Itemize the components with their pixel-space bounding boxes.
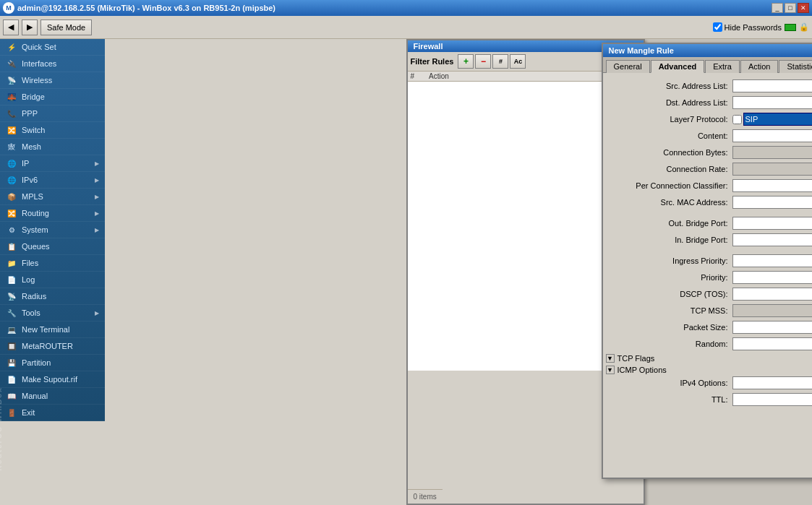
layer7-protocol-checkbox[interactable] <box>732 115 742 124</box>
sidebar-item-queues[interactable]: 📋 Queues <box>0 238 105 255</box>
connection-rate-row: Connection Rate: ▼ <box>606 162 813 176</box>
dst-address-list-row: Dst. Address List: ▼ <box>606 95 813 110</box>
per-connection-classifier-control[interactable]: ▼ <box>732 179 813 192</box>
sidebar-item-ppp[interactable]: 📞 PPP <box>0 105 105 122</box>
ttl-input[interactable] <box>733 394 813 405</box>
sidebar-item-label: Quick Set <box>22 43 56 51</box>
sidebar-item-make-supout[interactable]: 📄 Make Supout.rif <box>0 371 105 388</box>
add-rule-button[interactable]: + <box>458 54 474 69</box>
sidebar-item-radius[interactable]: 📡 Radius <box>0 288 105 305</box>
sidebar-item-new-terminal[interactable]: 💻 New Terminal <box>0 321 105 338</box>
tab-advanced[interactable]: Advanced <box>651 60 705 73</box>
title-bar-text: admin@192.168.2.55 (MikroTik) - WinBox v… <box>17 4 275 12</box>
sidebar-item-metarouter[interactable]: 🔲 MetaROUTER <box>0 338 105 355</box>
src-mac-address-control[interactable]: ▼ <box>732 196 813 209</box>
src-address-list-control[interactable]: ▼ <box>732 79 813 92</box>
layer7-protocol-select[interactable]: SIP <box>743 113 813 126</box>
out-bridge-port-input[interactable] <box>733 217 813 229</box>
tab-extra[interactable]: Extra <box>705 60 740 73</box>
dscp-tos-input[interactable] <box>733 288 813 300</box>
sidebar-item-manual[interactable]: 📖 Manual <box>0 388 105 405</box>
ingress-priority-input[interactable] <box>733 255 813 267</box>
ttl-control[interactable]: ▼ <box>732 393 813 406</box>
sidebar-item-ipv6[interactable]: 🌐 IPv6 ▶ <box>0 172 105 189</box>
sidebar-item-label: Tools <box>22 308 40 317</box>
safe-mode-button[interactable]: Safe Mode <box>40 20 92 35</box>
remove-rule-button[interactable]: − <box>475 54 491 69</box>
col-number: # <box>411 72 415 80</box>
tools-arrow: ▶ <box>95 310 99 316</box>
sidebar-item-exit[interactable]: 🚪 Exit <box>0 405 105 421</box>
per-connection-classifier-input[interactable] <box>733 180 813 191</box>
dst-address-list-control[interactable]: ▼ <box>732 96 813 109</box>
tab-action[interactable]: Action <box>740 60 779 73</box>
sidebar-item-mpls[interactable]: 📦 MPLS ▶ <box>0 189 105 205</box>
random-control[interactable]: ▼ <box>732 337 813 350</box>
action-button[interactable]: Ac <box>510 54 526 69</box>
icmp-options-title: ICMP Options <box>617 366 667 374</box>
in-bridge-port-control[interactable]: ▼ <box>732 233 813 246</box>
sidebar-item-partition[interactable]: 💾 Partition <box>0 355 105 371</box>
dst-address-list-input[interactable] <box>733 97 813 108</box>
out-bridge-port-label: Out. Bridge Port: <box>606 219 732 228</box>
ipv6-arrow: ▶ <box>95 177 99 184</box>
minimize-button[interactable]: _ <box>772 3 783 13</box>
sidebar-item-label: PPP <box>22 109 38 118</box>
sidebar-item-bridge[interactable]: 🌉 Bridge <box>0 89 105 105</box>
back-button[interactable]: ◀ <box>3 20 19 35</box>
hide-passwords-checkbox[interactable] <box>713 22 722 32</box>
items-count: 0 items <box>408 489 443 504</box>
tab-statistics[interactable]: Statistics <box>779 60 812 73</box>
ppp-icon: 📞 <box>6 108 17 119</box>
ipv4-options-control[interactable]: ▼ <box>732 376 813 389</box>
title-bar-controls[interactable]: _ □ ✕ <box>772 3 809 13</box>
sidebar-item-routing[interactable]: 🔀 Routing ▶ <box>0 205 105 222</box>
sidebar-item-mesh[interactable]: 🕸 Mesh <box>0 139 105 155</box>
sidebar-item-ip[interactable]: 🌐 IP ▶ <box>0 155 105 172</box>
sidebar-item-files[interactable]: 📁 Files <box>0 255 105 272</box>
priority-control[interactable]: ▼ <box>732 271 813 284</box>
system-icon: ⚙ <box>6 224 17 236</box>
per-connection-classifier-label: Per Connection Classifier: <box>606 181 732 190</box>
content-input[interactable] <box>733 130 813 142</box>
sidebar-item-interfaces[interactable]: 🔌 Interfaces <box>0 56 105 72</box>
ipv6-icon: 🌐 <box>6 174 17 186</box>
tcp-flags-toggle[interactable]: ▼ <box>606 354 615 363</box>
sidebar-item-wireless[interactable]: 📡 Wireless <box>0 72 105 89</box>
close-button[interactable]: ✕ <box>798 3 809 13</box>
files-icon: 📁 <box>6 257 17 269</box>
priority-input[interactable] <box>733 272 813 283</box>
routing-icon: 🔀 <box>6 207 17 219</box>
app-icon: M <box>3 2 14 14</box>
src-mac-address-row: Src. MAC Address: ▼ <box>606 195 813 210</box>
packet-size-control[interactable]: ▼ <box>732 321 813 334</box>
random-input[interactable] <box>733 338 813 350</box>
out-bridge-port-control[interactable]: ▼ <box>732 217 813 230</box>
tab-general[interactable]: General <box>606 60 650 73</box>
quick-set-icon: ⚡ <box>6 41 17 53</box>
packet-size-input[interactable] <box>733 321 813 333</box>
main-layout: ⚡ Quick Set 🔌 Interfaces 📡 Wireless 🌉 Br… <box>0 39 812 505</box>
content-control[interactable]: ▼ <box>732 129 813 142</box>
sidebar-item-label: Bridge <box>22 92 45 101</box>
number-button[interactable]: # <box>492 54 508 69</box>
sidebar-item-label: System <box>22 225 48 234</box>
ipv4-options-row: IPv4 Options: ▼ <box>606 376 813 390</box>
maximize-button[interactable]: □ <box>785 3 796 13</box>
sidebar-item-system[interactable]: ⚙ System ▶ <box>0 222 105 238</box>
ingress-priority-control[interactable]: ▼ <box>732 254 813 267</box>
connection-bytes-input <box>733 147 813 158</box>
sidebar-item-log[interactable]: 📄 Log <box>0 272 105 288</box>
hide-passwords-checkbox-label[interactable]: Hide Passwords <box>713 22 782 32</box>
forward-button[interactable]: ▶ <box>22 20 38 35</box>
sidebar-item-quick-set[interactable]: ⚡ Quick Set <box>0 39 105 56</box>
ipv4-options-input[interactable] <box>733 377 813 389</box>
tools-icon: 🔧 <box>6 307 17 319</box>
src-mac-address-input[interactable] <box>733 197 813 208</box>
in-bridge-port-input[interactable] <box>733 234 813 246</box>
dscp-tos-control[interactable]: ▼ <box>732 288 813 301</box>
src-address-list-input[interactable] <box>733 80 813 92</box>
icmp-options-toggle[interactable]: ▼ <box>606 366 615 374</box>
sidebar-item-switch[interactable]: 🔀 Switch <box>0 122 105 139</box>
sidebar-item-tools[interactable]: 🔧 Tools ▶ <box>0 305 105 321</box>
